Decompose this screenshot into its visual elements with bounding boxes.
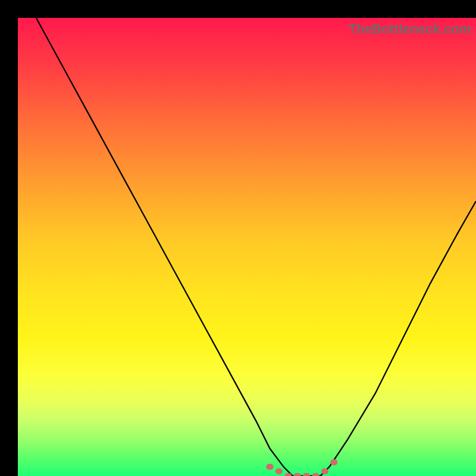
plot-area	[18, 18, 476, 476]
chart-frame: TheBottleneck.com	[18, 18, 476, 476]
heat-gradient	[18, 18, 476, 476]
watermark-text: TheBottleneck.com	[349, 21, 471, 37]
